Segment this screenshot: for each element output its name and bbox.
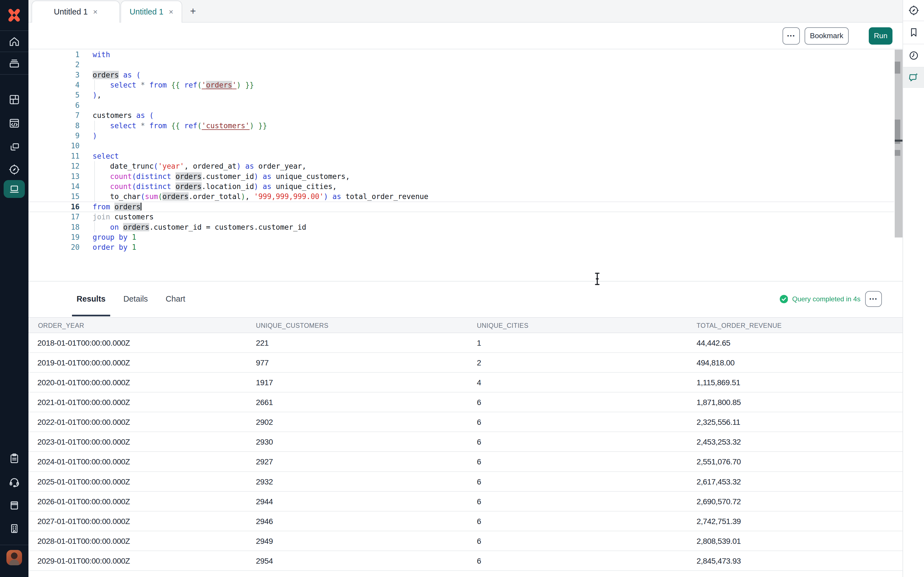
code-window-icon — [8, 118, 20, 129]
code-line[interactable] — [29, 141, 873, 151]
table-cell: 2,617,453.32 — [696, 472, 741, 492]
sidebar-item-apps[interactable] — [0, 89, 29, 110]
panel-bookmarks[interactable] — [903, 21, 924, 44]
sidebar-item-organization[interactable] — [0, 519, 29, 538]
code-line[interactable]: join customers — [29, 212, 873, 222]
table-row[interactable]: 2023-01-01T00:00:00.000Z293062,453,253.3… — [29, 432, 903, 452]
code-line[interactable]: select * from {{ ref('orders') }} — [29, 80, 873, 90]
code-line[interactable]: count(distinct orders.customer_id) as un… — [29, 171, 873, 182]
column-header[interactable]: UNIQUE_CITIES — [477, 318, 528, 334]
table-cell: 2018-01-01T00:00:00.000Z — [37, 333, 130, 353]
table-cell: 6 — [477, 571, 481, 577]
code-line[interactable]: on orders.customer_id = customers.custom… — [29, 222, 873, 232]
compass-icon — [8, 164, 20, 176]
headset-icon — [8, 476, 20, 488]
ai-chat-icon — [908, 72, 919, 83]
bookmark-button[interactable]: Bookmark — [804, 27, 849, 45]
code-line[interactable]: customers as ( — [29, 110, 873, 121]
table-cell: 2021-01-01T00:00:00.000Z — [37, 392, 130, 412]
table-cell: 6 — [477, 472, 481, 492]
windows-icon — [8, 141, 20, 153]
table-cell: 2932 — [256, 472, 273, 492]
sql-editor[interactable]: 1234567891011121314151617181920 withorde… — [29, 49, 903, 281]
code-line[interactable] — [29, 100, 873, 110]
code-line[interactable]: to_char(sum(orders.order_total), '999,99… — [29, 192, 873, 201]
panel-history[interactable] — [903, 44, 924, 68]
project-tab-2[interactable]: Untitled 1 × — [121, 0, 182, 23]
tab-results[interactable]: Results — [72, 282, 110, 317]
table-cell: 6 — [477, 432, 481, 452]
code-line[interactable]: count(distinct orders.location_id) as un… — [29, 182, 873, 192]
code-line[interactable]: orders as ( — [29, 70, 873, 80]
table-row[interactable]: 2020-01-01T00:00:00.000Z191741,115,869.5… — [29, 373, 903, 392]
sidebar-item-notebook[interactable] — [0, 179, 29, 198]
table-cell: 1,871,800.85 — [696, 392, 741, 412]
tab-details[interactable]: Details — [119, 282, 153, 317]
table-row[interactable]: 2030-01-01T00:00:00.000Z287961,841,049.3… — [29, 571, 903, 577]
table-cell: 2930 — [256, 432, 273, 452]
sidebar-item-home[interactable] — [0, 32, 29, 52]
table-cell: 2902 — [256, 412, 273, 432]
table-row[interactable]: 2028-01-01T00:00:00.000Z294962,808,539.0… — [29, 531, 903, 551]
sidebar-item-explore[interactable] — [0, 160, 29, 179]
code-line[interactable]: from orders — [29, 202, 873, 212]
column-header[interactable]: ORDER_YEAR — [38, 318, 84, 334]
column-header[interactable]: TOTAL_ORDER_REVENUE — [696, 318, 782, 334]
table-cell: 2019-01-01T00:00:00.000Z — [37, 353, 130, 373]
code-line[interactable]: select — [29, 151, 873, 161]
table-row[interactable]: 2026-01-01T00:00:00.000Z294462,690,570.7… — [29, 492, 903, 511]
cell-more-button[interactable]: ••• — [783, 27, 800, 45]
cursor-marker — [895, 140, 903, 142]
sidebar-item-code[interactable] — [0, 113, 29, 133]
sidebar-item-docs[interactable] — [0, 495, 29, 515]
panel-compass[interactable] — [903, 0, 924, 21]
table-cell: 2949 — [256, 531, 273, 551]
table-cell: 44,442.65 — [696, 333, 730, 353]
table-row[interactable]: 2019-01-01T00:00:00.000Z9772494,818.00 — [29, 353, 903, 373]
main-area: Untitled 1 × Untitled 1 × + ••• Bookmark… — [29, 0, 903, 577]
table-row[interactable]: 2025-01-01T00:00:00.000Z293262,617,453.3… — [29, 472, 903, 492]
new-tab-button[interactable]: + — [186, 0, 199, 23]
table-row[interactable]: 2024-01-01T00:00:00.000Z292762,551,076.7… — [29, 452, 903, 472]
close-icon[interactable]: × — [93, 8, 98, 16]
tab-chart[interactable]: Chart — [161, 282, 190, 317]
table-cell: 2028-01-01T00:00:00.000Z — [37, 531, 130, 551]
table-cell: 2024-01-01T00:00:00.000Z — [37, 452, 130, 472]
close-icon[interactable]: × — [169, 8, 173, 16]
results-more-button[interactable]: ••• — [865, 291, 882, 307]
code-line[interactable]: select * from {{ ref('customers') }} — [29, 121, 873, 131]
project-tab-1[interactable]: Untitled 1 × — [32, 0, 120, 23]
table-cell: 6 — [477, 412, 481, 432]
tab-label: Chart — [166, 294, 185, 303]
table-cell: 2022-01-01T00:00:00.000Z — [37, 412, 130, 432]
sidebar-item-changelog[interactable] — [0, 448, 29, 469]
sidebar-item-projects[interactable] — [0, 53, 29, 74]
user-avatar[interactable] — [6, 550, 22, 565]
table-cell: 2027-01-01T00:00:00.000Z — [37, 511, 130, 531]
code-line[interactable]: date_trunc('year', ordered_at) as order_… — [29, 161, 873, 171]
code-line[interactable] — [29, 60, 873, 70]
table-row[interactable]: 2029-01-01T00:00:00.000Z295462,845,473.9… — [29, 551, 903, 571]
code-line[interactable]: with — [29, 50, 873, 60]
sidebar-item-screens[interactable] — [0, 137, 29, 157]
table-cell: 2,845,473.93 — [696, 551, 741, 571]
column-header[interactable]: UNIQUE_CUSTOMERS — [256, 318, 328, 334]
panel-ai-chat[interactable] — [903, 68, 924, 88]
table-cell: 1917 — [256, 373, 273, 392]
editor-scrollbar[interactable] — [895, 50, 903, 237]
right-sidebar — [903, 0, 924, 577]
table-row[interactable]: 2018-01-01T00:00:00.000Z221144,442.65 — [29, 333, 903, 353]
table-row[interactable]: 2022-01-01T00:00:00.000Z290262,325,556.1… — [29, 412, 903, 432]
run-button[interactable]: Run — [869, 27, 892, 45]
table-cell: 6 — [477, 511, 481, 531]
code-line[interactable]: ) — [29, 131, 873, 141]
code-line[interactable]: ), — [29, 90, 873, 100]
hex-logo[interactable] — [0, 0, 29, 31]
table-row[interactable]: 2021-01-01T00:00:00.000Z266161,871,800.8… — [29, 392, 903, 412]
clipboard-icon — [8, 453, 20, 465]
table-cell: 6 — [477, 392, 481, 412]
table-row[interactable]: 2027-01-01T00:00:00.000Z294662,742,751.3… — [29, 511, 903, 531]
code-line[interactable]: group by 1 — [29, 232, 873, 242]
sidebar-item-support[interactable] — [0, 472, 29, 492]
code-line[interactable]: order by 1 — [29, 242, 873, 252]
